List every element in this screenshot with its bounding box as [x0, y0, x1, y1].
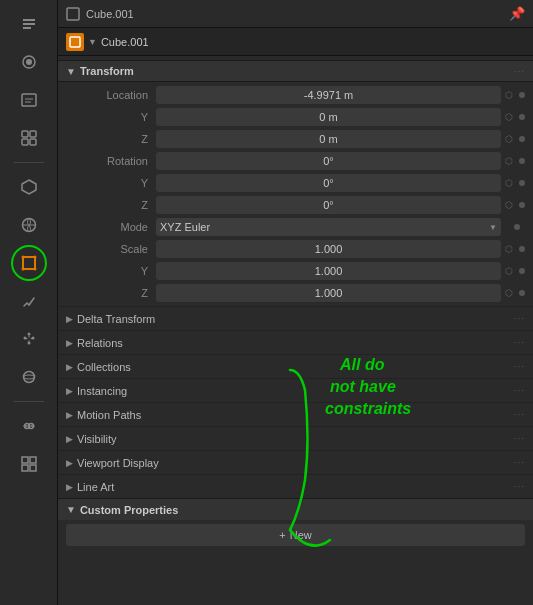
- toolbar-icon-physics[interactable]: [11, 359, 47, 395]
- rotation-z-row: Z 0° ⬡: [58, 194, 533, 216]
- rotation-y-row: Y 0° ⬡: [58, 172, 533, 194]
- delta-transform-section[interactable]: ▶ Delta Transform ···: [58, 306, 533, 330]
- toolbar-icon-modifiers[interactable]: [11, 283, 47, 319]
- instancing-dots: ···: [514, 385, 525, 396]
- svg-rect-5: [22, 139, 28, 145]
- toolbar-icon-constraints[interactable]: [11, 408, 47, 444]
- transform-chevron: ▼: [66, 66, 76, 77]
- object-name-dropdown[interactable]: Cube.001: [101, 36, 149, 48]
- svg-rect-2: [22, 94, 36, 106]
- rotation-y-icons: ⬡: [505, 178, 525, 188]
- svg-rect-27: [70, 37, 80, 47]
- viewport-display-section[interactable]: ▶ Viewport Display ···: [58, 450, 533, 474]
- instancing-section[interactable]: ▶ Instancing ···: [58, 378, 533, 402]
- toolbar-icon-output[interactable]: [11, 82, 47, 118]
- transform-section-header[interactable]: ▼ Transform ···: [58, 60, 533, 82]
- custom-properties-label: Custom Properties: [80, 504, 178, 516]
- custom-properties-header[interactable]: ▼ Custom Properties: [58, 498, 533, 520]
- object-name-label: Cube.001: [101, 36, 149, 48]
- line-art-dots: ···: [514, 481, 525, 492]
- chevron-down-icon: ▼: [88, 37, 97, 47]
- scale-z-icons: ⬡: [505, 288, 525, 298]
- scale-x-row: Scale 1.000 ⬡: [58, 238, 533, 260]
- scale-y-label: Y: [66, 265, 156, 277]
- animate-icon-rz[interactable]: ⬡: [505, 200, 513, 210]
- animate-icon-sz[interactable]: ⬡: [505, 288, 513, 298]
- animate-icon[interactable]: ⬡: [505, 90, 513, 100]
- mode-dropdown[interactable]: XYZ Euler ▼: [156, 218, 501, 236]
- viewport-display-label: Viewport Display: [77, 457, 159, 469]
- collections-dots: ···: [514, 361, 525, 372]
- rotation-x-input[interactable]: 0°: [156, 152, 501, 170]
- collections-label: Collections: [77, 361, 131, 373]
- cube-icon: [66, 7, 80, 21]
- rotation-x-row: Rotation 0° ⬡: [58, 150, 533, 172]
- animate-icon-rx[interactable]: ⬡: [505, 156, 513, 166]
- motion-paths-arrow: ▶: [66, 410, 73, 420]
- toolbar-icon-view[interactable]: [11, 120, 47, 156]
- transform-dots: ···: [514, 66, 525, 77]
- rotation-y-input[interactable]: 0°: [156, 174, 501, 192]
- viewport-display-arrow: ▶: [66, 458, 73, 468]
- animate-icon-sx[interactable]: ⬡: [505, 244, 513, 254]
- svg-point-11: [33, 256, 36, 259]
- object-selector-row[interactable]: ▼ Cube.001: [58, 28, 533, 56]
- toolbar-icon-data[interactable]: [11, 446, 47, 482]
- scale-y-input[interactable]: 1.000: [156, 262, 501, 280]
- scale-z-row: Z 1.000 ⬡: [58, 282, 533, 304]
- motion-paths-dots: ···: [514, 409, 525, 420]
- animate-icon-z[interactable]: ⬡: [505, 134, 513, 144]
- visibility-section[interactable]: ▶ Visibility ···: [58, 426, 533, 450]
- scale-label: Scale: [66, 243, 156, 255]
- svg-marker-7: [22, 180, 36, 194]
- scale-x-input[interactable]: 1.000: [156, 240, 501, 258]
- keyframe-dot-y: [519, 114, 525, 120]
- toolbar-icon-particles[interactable]: [11, 321, 47, 357]
- rotation-z-input[interactable]: 0°: [156, 196, 501, 214]
- location-z-input[interactable]: 0 m: [156, 130, 501, 148]
- animate-icon-y[interactable]: ⬡: [505, 112, 513, 122]
- delta-dots: ···: [514, 313, 525, 324]
- visibility-arrow: ▶: [66, 434, 73, 444]
- svg-rect-4: [30, 131, 36, 137]
- location-x-row: Location -4.9971 m ⬡: [58, 84, 533, 106]
- toolbar-icon-scene2[interactable]: [11, 169, 47, 205]
- toolbar-icon-world[interactable]: [11, 207, 47, 243]
- toolbar-icon-render[interactable]: [11, 44, 47, 80]
- relations-dots: ···: [514, 337, 525, 348]
- scale-z-input[interactable]: 1.000: [156, 284, 501, 302]
- transform-label: Transform: [80, 65, 134, 77]
- toolbar-sep-1: [14, 162, 44, 163]
- toolbar-icon-scene[interactable]: [11, 6, 47, 42]
- keyframe-dot-rz: [519, 202, 525, 208]
- svg-point-18: [23, 372, 34, 383]
- pin-icon[interactable]: 📌: [509, 6, 525, 21]
- svg-point-12: [21, 268, 24, 271]
- svg-point-1: [26, 59, 32, 65]
- add-icon: +: [279, 529, 285, 541]
- location-y-row: Y 0 m ⬡: [58, 106, 533, 128]
- location-y-input[interactable]: 0 m: [156, 108, 501, 126]
- toolbar-icon-object[interactable]: [11, 245, 47, 281]
- location-x-icons: ⬡: [505, 90, 525, 100]
- collections-section[interactable]: ▶ Collections ···: [58, 354, 533, 378]
- mode-label: Mode: [66, 221, 156, 233]
- new-property-button[interactable]: + New: [66, 524, 525, 546]
- location-y-icons: ⬡: [505, 112, 525, 122]
- relations-section[interactable]: ▶ Relations ···: [58, 330, 533, 354]
- delta-transform-label: Delta Transform: [77, 313, 155, 325]
- mode-dot: [514, 224, 520, 230]
- animate-icon-sy[interactable]: ⬡: [505, 266, 513, 276]
- custom-props-chevron: ▼: [66, 504, 76, 515]
- motion-paths-label: Motion Paths: [77, 409, 141, 421]
- animate-icon-ry[interactable]: ⬡: [505, 178, 513, 188]
- line-art-section[interactable]: ▶ Line Art ···: [58, 474, 533, 498]
- viewport-display-dots: ···: [514, 457, 525, 468]
- rotation-z-icons: ⬡: [505, 200, 525, 210]
- visibility-label: Visibility: [77, 433, 117, 445]
- svg-rect-24: [22, 465, 28, 471]
- panel-title: Cube.001: [66, 7, 134, 21]
- location-x-input[interactable]: -4.9971 m: [156, 86, 501, 104]
- motion-paths-section[interactable]: ▶ Motion Paths ···: [58, 402, 533, 426]
- rotation-y-label: Y: [66, 177, 156, 189]
